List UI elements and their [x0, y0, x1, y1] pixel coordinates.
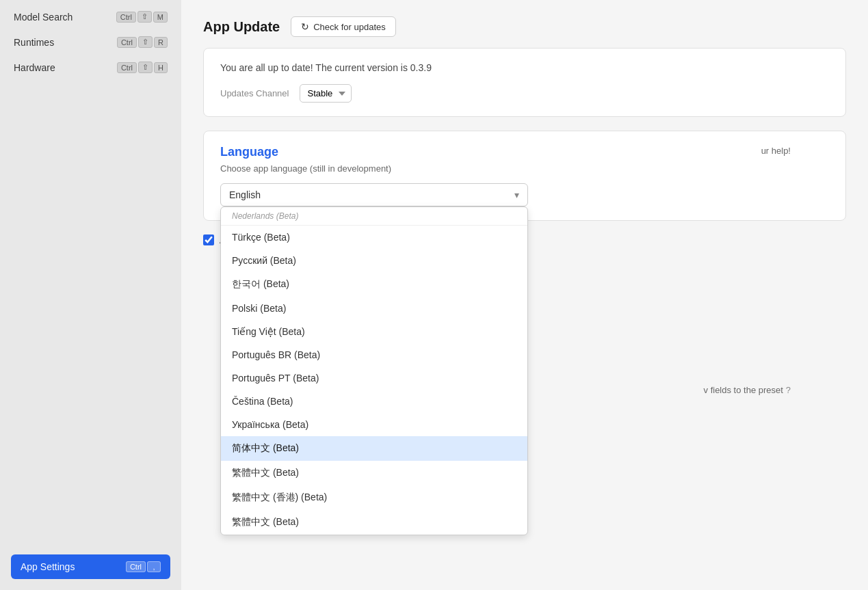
language-title: Language	[220, 145, 829, 159]
sidebar: Model Search Ctrl ⇧ M Runtimes Ctrl ⇧ R …	[0, 0, 181, 590]
app-update-header: App Update ↻ Check for updates	[203, 16, 846, 37]
dropdown-item-8[interactable]: Українська (Beta)	[221, 413, 527, 436]
key-comma: ,	[147, 561, 161, 572]
dropdown-scroll: Türkçe (Beta) Русский (Beta) 한국어 (Beta) …	[221, 226, 527, 535]
language-dropdown: Nederlands (Beta) Türkçe (Beta) Русский …	[220, 206, 528, 535]
dropdown-item-5[interactable]: Português BR (Beta)	[221, 343, 527, 366]
dropdown-item-10[interactable]: 繁體中文 (Beta)	[221, 461, 527, 485]
sidebar-item-model-search-shortcut: Ctrl ⇧ M	[116, 11, 168, 23]
sidebar-bottom: App Settings Ctrl ,	[5, 549, 176, 585]
dropdown-item-7[interactable]: Čeština (Beta)	[221, 390, 527, 413]
key-r: R	[154, 37, 168, 48]
sidebar-item-runtimes-shortcut: Ctrl ⇧ R	[117, 36, 168, 48]
sidebar-item-runtimes-label: Runtimes	[14, 37, 54, 48]
key-shift: ⇧	[138, 62, 153, 73]
chevron-down-icon: ▾	[514, 189, 519, 200]
main-content: App Update ↻ Check for updates You are a…	[181, 0, 868, 590]
language-select-wrapper: English ▾ Nederlands (Beta) Türkçe (Beta…	[220, 183, 528, 206]
dropdown-item-partial-top[interactable]: Nederlands (Beta)	[221, 207, 527, 226]
language-selected-value: English	[229, 189, 261, 200]
key-ctrl: Ctrl	[116, 12, 136, 23]
app-settings-label: App Settings	[21, 561, 75, 572]
app-update-card: You are all up to date! The current vers…	[203, 48, 846, 117]
dropdown-item-1[interactable]: Русский (Beta)	[221, 249, 527, 272]
sidebar-item-hardware[interactable]: Hardware Ctrl ⇧ H	[5, 56, 176, 79]
refresh-icon: ↻	[301, 21, 309, 32]
app-update-title: App Update	[203, 19, 280, 35]
dropdown-item-0[interactable]: Türkçe (Beta)	[221, 226, 527, 249]
language-select-display[interactable]: English ▾	[220, 183, 528, 206]
sidebar-item-model-search-label: Model Search	[14, 12, 73, 23]
dropdown-item-12[interactable]: 繁體中文 (Beta)	[221, 510, 527, 535]
thank-you-partial: ur help!	[761, 145, 791, 156]
key-ctrl-settings: Ctrl	[126, 561, 146, 572]
app-settings-shortcut: Ctrl ,	[126, 561, 161, 572]
dropdown-item-6[interactable]: Português PT (Beta)	[221, 366, 527, 390]
dropdown-item-9[interactable]: 简体中文 (Beta)	[221, 436, 527, 461]
app-settings-button[interactable]: App Settings Ctrl ,	[11, 554, 170, 579]
updates-channel-row: Updates Channel Stable Beta Nightly	[220, 84, 829, 103]
language-section: Language Choose app language (still in d…	[203, 131, 846, 221]
dropdown-item-11[interactable]: 繁體中文 (香港) (Beta)	[221, 485, 527, 510]
sidebar-item-hardware-shortcut: Ctrl ⇧ H	[117, 62, 168, 73]
sidebar-item-hardware-label: Hardware	[14, 62, 55, 73]
check-updates-button[interactable]: ↻ Check for updates	[291, 16, 396, 37]
updates-channel-select[interactable]: Stable Beta Nightly	[300, 84, 352, 103]
dropdown-item-4[interactable]: Tiếng Việt (Beta)	[221, 320, 527, 343]
dropdown-item-2[interactable]: 한국어 (Beta)	[221, 272, 527, 297]
preset-partial-text: v fields to the preset ?	[704, 384, 791, 395]
auto-update-checkbox[interactable]	[203, 234, 214, 245]
updates-channel-label: Updates Channel	[220, 88, 289, 98]
sidebar-item-runtimes[interactable]: Runtimes Ctrl ⇧ R	[5, 31, 176, 53]
up-to-date-text: You are all up to date! The current vers…	[220, 62, 829, 73]
key-h: H	[154, 62, 168, 73]
help-icon[interactable]: ?	[786, 385, 791, 395]
key-m: M	[153, 12, 168, 23]
key-ctrl: Ctrl	[117, 62, 137, 73]
dropdown-item-3[interactable]: Polski (Beta)	[221, 297, 527, 320]
check-updates-label: Check for updates	[313, 22, 386, 32]
key-ctrl: Ctrl	[117, 37, 137, 48]
sidebar-item-model-search[interactable]: Model Search Ctrl ⇧ M	[5, 5, 176, 28]
key-shift: ⇧	[138, 36, 153, 48]
language-subtitle: Choose app language (still in developmen…	[220, 163, 829, 174]
key-shift: ⇧	[137, 11, 152, 23]
